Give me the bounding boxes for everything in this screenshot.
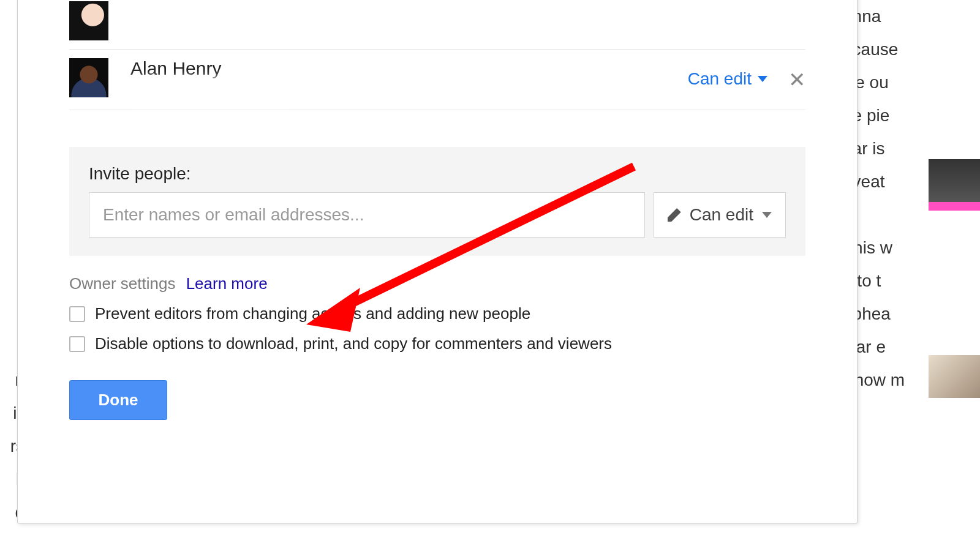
learn-more-link[interactable]: Learn more	[186, 274, 268, 293]
owner-settings-heading: Owner settings	[69, 274, 175, 293]
invite-input[interactable]: Enter names or email addresses...	[89, 192, 645, 238]
sidebar-thumb-accent	[929, 202, 980, 211]
people-list: Alan Henry Can edit ✕	[18, 0, 857, 110]
sidebar-thumb	[929, 159, 980, 202]
invite-permission-label: Can edit	[690, 205, 753, 225]
invite-section: Invite people: Enter names or email addr…	[69, 147, 805, 256]
checkbox-prevent-editors[interactable]	[69, 306, 85, 322]
person-info: Alan Henry	[130, 58, 688, 101]
checkbox-disable-download[interactable]	[69, 336, 85, 352]
permission-dropdown[interactable]: Can edit	[688, 69, 767, 89]
invite-permission-dropdown[interactable]: Can edit	[654, 192, 786, 238]
chevron-down-icon	[762, 212, 772, 218]
pencil-icon	[668, 208, 681, 222]
invite-label: Invite people:	[89, 164, 786, 184]
chevron-down-icon	[758, 76, 767, 82]
person-row: Alan Henry Can edit ✕	[69, 50, 805, 110]
permission-label: Can edit	[688, 69, 752, 89]
person-info	[130, 1, 805, 23]
person-row	[69, 0, 805, 50]
avatar	[69, 58, 108, 97]
redacted-email	[130, 83, 290, 101]
redacted-email	[130, 5, 290, 23]
avatar	[69, 1, 108, 40]
remove-person-button[interactable]: ✕	[788, 69, 805, 90]
background-text-right: onna ecause ive ou he pie ear is aveat T…	[843, 0, 980, 551]
sidebar-thumb	[929, 355, 980, 398]
sharing-settings-dialog: Alan Henry Can edit ✕ Invite people: Ent…	[17, 0, 858, 523]
person-name: Alan Henry	[130, 58, 688, 79]
done-button[interactable]: Done	[69, 380, 167, 420]
checkbox-label: Disable options to download, print, and …	[95, 334, 612, 353]
checkbox-label: Prevent editors from changing access and…	[95, 304, 530, 323]
owner-settings: Owner settings Learn more Prevent editor…	[69, 274, 805, 353]
